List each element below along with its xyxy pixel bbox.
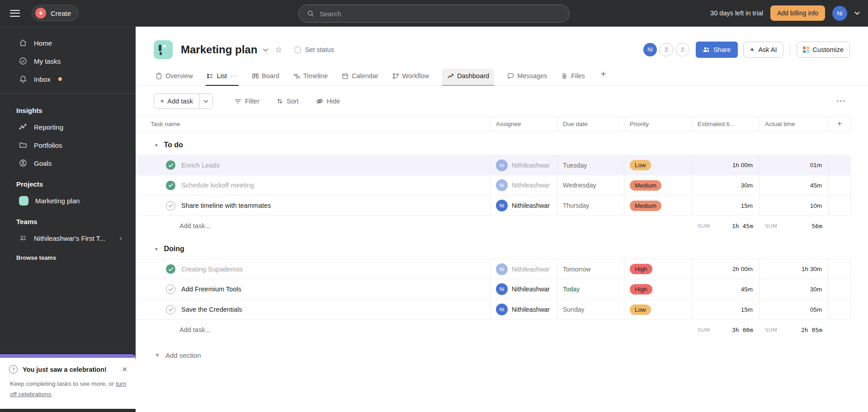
due-date-cell[interactable]: Wednesday — [557, 175, 624, 195]
section-title[interactable]: To do — [164, 141, 183, 149]
task-row[interactable]: Share timeline with teammates Ni Nithile… — [136, 196, 851, 216]
column-header-assignee[interactable]: Assignee — [491, 117, 557, 131]
tab-timeline[interactable]: Timeline — [292, 69, 329, 85]
estimated-time-cell[interactable]: 1h 00m — [692, 155, 760, 175]
task-name[interactable]: Schedule kickoff meeting — [181, 182, 254, 189]
add-section-button[interactable]: + Add section — [155, 351, 851, 360]
task-name[interactable]: Creating Supademos — [181, 266, 243, 273]
task-incomplete-check-icon[interactable] — [166, 305, 175, 314]
sidebar-header-projects[interactable]: Projects — [0, 172, 136, 192]
browse-teams-link[interactable]: Browse teams — [0, 247, 136, 261]
share-button[interactable]: Share — [696, 42, 738, 58]
section-title[interactable]: Doing — [164, 245, 184, 253]
invite-avatar-placeholder[interactable] — [676, 43, 689, 56]
task-incomplete-check-icon[interactable] — [166, 285, 175, 294]
invite-avatar-placeholder[interactable] — [660, 43, 673, 56]
tab-workflow[interactable]: Workflow — [392, 69, 430, 85]
actual-time-cell[interactable]: 10m — [760, 196, 829, 215]
column-header-actual-time[interactable]: Actual time — [760, 117, 829, 131]
filter-button[interactable]: Filter — [235, 98, 259, 105]
priority-badge[interactable]: Medium — [630, 201, 661, 211]
sidebar-item-inbox[interactable]: Inbox — [0, 70, 136, 88]
priority-cell[interactable]: Low — [624, 300, 692, 319]
task-row[interactable]: Add Freemium Tools Ni Nithileashwar Toda… — [136, 279, 851, 300]
close-icon[interactable]: ✕ — [122, 365, 127, 374]
due-date-cell[interactable]: Tuesday — [557, 155, 624, 175]
favorite-star-icon[interactable]: ☆ — [275, 45, 282, 55]
sidebar-item-goals[interactable]: Goals — [0, 154, 136, 172]
actual-time-cell[interactable]: 01m — [760, 155, 829, 175]
priority-cell[interactable]: High — [624, 279, 692, 299]
actual-time-cell[interactable]: 45m — [760, 175, 829, 195]
customize-button[interactable]: Customize — [797, 42, 850, 58]
sidebar-item-marketing-plan[interactable]: Marketing plan — [0, 192, 136, 210]
task-complete-check-icon[interactable] — [166, 181, 175, 190]
hamburger-menu-icon[interactable] — [10, 10, 20, 17]
actual-time-cell[interactable]: 30m — [760, 279, 829, 299]
due-date-cell[interactable]: Tomorrow — [557, 259, 624, 279]
tab-list[interactable]: List ··· — [206, 69, 239, 85]
tab-calendar[interactable]: Calendar — [341, 69, 379, 85]
add-task-button[interactable]: + Add task — [154, 94, 199, 108]
priority-cell[interactable]: Low — [624, 155, 692, 175]
set-status-button[interactable]: Set status — [294, 46, 334, 53]
priority-badge[interactable]: Low — [630, 160, 651, 170]
section-collapse-caret-icon[interactable]: ▾ — [155, 142, 158, 148]
page-title[interactable]: Marketing plan — [181, 43, 257, 56]
sidebar-item-reporting[interactable]: Reporting — [0, 118, 136, 136]
search-input[interactable]: Search — [298, 5, 570, 23]
chevron-down-icon[interactable] — [854, 11, 860, 15]
estimated-time-cell[interactable]: 15m — [692, 196, 760, 215]
sidebar-header-teams[interactable]: Teams — [0, 210, 136, 229]
add-task-dropdown-button[interactable] — [199, 94, 212, 108]
tab-dashboard[interactable]: Dashboard — [442, 69, 494, 85]
due-date-cell[interactable]: Today — [557, 279, 624, 299]
task-name[interactable]: Enrich Leads — [181, 162, 220, 169]
assignee-cell[interactable]: Ni Nithileashwar — [491, 300, 557, 319]
project-icon[interactable] — [154, 40, 173, 59]
sidebar-item-team[interactable]: Nithileashwar's First T... › — [0, 229, 136, 247]
estimated-time-cell[interactable]: 30m — [692, 175, 760, 195]
due-date-cell[interactable]: Thursday — [557, 196, 624, 215]
assignee-cell[interactable]: Ni Nithileashwar — [491, 279, 557, 299]
add-column-button[interactable]: + — [829, 117, 851, 131]
column-header-priority[interactable]: Priority — [624, 117, 692, 131]
priority-badge[interactable]: High — [630, 264, 652, 274]
assignee-cell[interactable]: Ni Nithileashwar — [491, 259, 557, 279]
create-button[interactable]: + Create — [32, 5, 79, 21]
estimated-time-cell[interactable]: 15m — [692, 300, 760, 319]
assignee-cell[interactable]: Ni Nithileashwar — [491, 175, 557, 195]
tab-messages[interactable]: Messages — [506, 69, 548, 85]
task-name[interactable]: Share timeline with teammates — [181, 202, 271, 209]
actual-time-cell[interactable]: 1h 30m — [760, 259, 829, 279]
estimated-time-cell[interactable]: 2h 00m — [692, 259, 760, 279]
task-incomplete-check-icon[interactable] — [166, 201, 175, 211]
estimated-time-cell[interactable]: 45m — [692, 279, 760, 299]
task-row[interactable]: Save the Credentials Ni Nithileashwar Su… — [136, 300, 851, 320]
task-row[interactable]: Enrich Leads Ni Nithileashwar Tuesday Lo… — [136, 155, 851, 175]
assignee-cell[interactable]: Ni Nithileashwar — [491, 196, 557, 215]
priority-badge[interactable]: Low — [630, 304, 651, 315]
task-name[interactable]: Add Freemium Tools — [181, 286, 241, 293]
add-billing-info-button[interactable]: Add billing info — [770, 5, 825, 21]
sort-button[interactable]: Sort — [277, 98, 299, 105]
tab-board[interactable]: Board — [251, 69, 280, 85]
sidebar-item-portfolios[interactable]: Portfolios — [0, 136, 136, 154]
hide-button[interactable]: Hide — [316, 98, 340, 105]
section-collapse-caret-icon[interactable]: ▾ — [155, 246, 158, 252]
add-task-inline-button[interactable]: Add task... — [136, 222, 491, 229]
ask-ai-button[interactable]: ✦ Ask AI — [743, 42, 783, 58]
tab-options-icon[interactable]: ··· — [230, 72, 238, 80]
user-avatar[interactable]: Ni — [832, 6, 847, 21]
add-view-button[interactable]: + — [598, 66, 607, 85]
more-options-icon[interactable]: ··· — [837, 97, 846, 106]
priority-cell[interactable]: Medium — [624, 196, 692, 215]
task-complete-check-icon[interactable] — [166, 264, 175, 274]
task-row[interactable]: Creating Supademos Ni Nithileashwar Tomo… — [136, 259, 851, 279]
priority-badge[interactable]: High — [630, 284, 652, 295]
column-header-task-name[interactable]: Task name — [136, 117, 491, 131]
due-date-cell[interactable]: Sunday — [557, 300, 624, 319]
add-task-inline-button[interactable]: Add task... — [136, 326, 491, 333]
column-header-due-date[interactable]: Due date — [557, 117, 624, 131]
task-row[interactable]: Schedule kickoff meeting Ni Nithileashwa… — [136, 175, 851, 196]
